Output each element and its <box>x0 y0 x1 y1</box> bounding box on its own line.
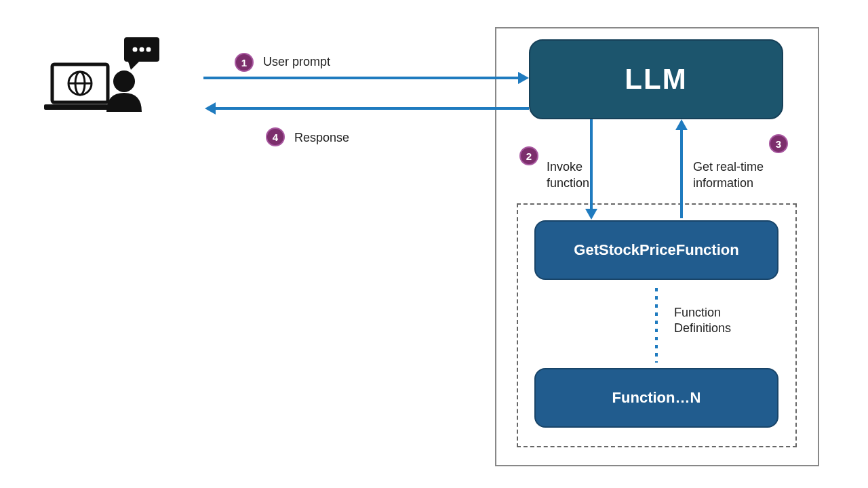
svg-point-3 <box>140 47 144 52</box>
function-1-label: GetStockPriceFunction <box>574 241 738 259</box>
arrow-response-head <box>205 102 216 115</box>
llm-label: LLM <box>625 63 687 96</box>
badge-3: 3 <box>769 134 788 153</box>
arrow-invoke-function <box>590 119 593 209</box>
arrow-user-prompt <box>203 77 518 79</box>
svg-rect-6 <box>44 104 116 110</box>
arrow-realtime-info-head <box>675 119 688 130</box>
svg-point-10 <box>113 70 135 92</box>
label-realtime-info: Get real-time information <box>693 144 764 191</box>
speech-bubble-icon <box>124 37 159 70</box>
label-invoke-function: Invoke function <box>547 144 589 191</box>
user-icon-cluster <box>44 37 166 119</box>
badge-2: 2 <box>519 146 538 165</box>
function-definitions-label: Function Definitions <box>674 305 769 337</box>
label-user-prompt: User prompt <box>263 54 330 70</box>
arrow-user-prompt-head <box>518 72 529 84</box>
label-response: Response <box>294 130 349 146</box>
llm-box: LLM <box>529 39 783 119</box>
function-box-n: Function…N <box>534 368 778 428</box>
arrow-response <box>216 107 529 110</box>
function-ellipsis <box>655 288 658 363</box>
arrow-realtime-info <box>680 130 683 218</box>
svg-point-4 <box>146 47 151 52</box>
svg-point-2 <box>133 47 138 52</box>
svg-marker-1 <box>128 62 139 70</box>
function-n-label: Function…N <box>612 389 701 407</box>
badge-1: 1 <box>235 53 254 72</box>
function-box-1: GetStockPriceFunction <box>534 220 778 280</box>
user-icon <box>44 37 166 122</box>
arrow-invoke-function-head <box>585 209 597 220</box>
person-icon <box>106 70 142 112</box>
laptop-icon <box>44 64 116 110</box>
badge-4: 4 <box>266 127 285 146</box>
